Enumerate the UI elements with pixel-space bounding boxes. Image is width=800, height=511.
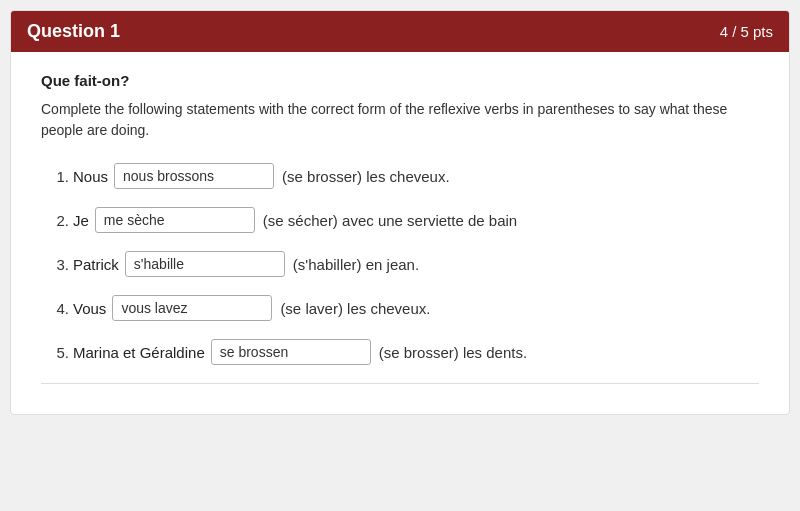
list-item: 5.Marina et Géraldine(se brosser) les de… bbox=[41, 339, 759, 365]
question-label: Que fait-on? bbox=[41, 72, 759, 89]
question-points: 4 / 5 pts bbox=[720, 23, 773, 40]
item-suffix: (s'habiller) en jean. bbox=[293, 256, 419, 273]
item-suffix: (se sécher) avec une serviette de bain bbox=[263, 212, 517, 229]
list-item: 4.Vous(se laver) les cheveux. bbox=[41, 295, 759, 321]
item-number: 3. bbox=[41, 256, 69, 273]
page-container: Question 1 4 / 5 pts Que fait-on? Comple… bbox=[0, 0, 800, 511]
items-list: 1.Nous(se brosser) les cheveux.2.Je(se s… bbox=[41, 163, 759, 365]
answer-input[interactable] bbox=[95, 207, 255, 233]
divider bbox=[41, 383, 759, 384]
question-body: Que fait-on? Complete the following stat… bbox=[11, 52, 789, 414]
question-instructions: Complete the following statements with t… bbox=[41, 99, 759, 141]
question-header: Question 1 4 / 5 pts bbox=[11, 11, 789, 52]
item-number: 2. bbox=[41, 212, 69, 229]
item-suffix: (se laver) les cheveux. bbox=[280, 300, 430, 317]
item-prefix: Je bbox=[73, 212, 89, 229]
answer-input[interactable] bbox=[211, 339, 371, 365]
question-title: Question 1 bbox=[27, 21, 120, 42]
question-card: Question 1 4 / 5 pts Que fait-on? Comple… bbox=[10, 10, 790, 415]
item-prefix: Vous bbox=[73, 300, 106, 317]
list-item: 2.Je(se sécher) avec une serviette de ba… bbox=[41, 207, 759, 233]
item-number: 1. bbox=[41, 168, 69, 185]
answer-input[interactable] bbox=[112, 295, 272, 321]
item-suffix: (se brosser) les cheveux. bbox=[282, 168, 450, 185]
item-suffix: (se brosser) les dents. bbox=[379, 344, 527, 361]
list-item: 3.Patrick(s'habiller) en jean. bbox=[41, 251, 759, 277]
list-item: 1.Nous(se brosser) les cheveux. bbox=[41, 163, 759, 189]
item-prefix: Patrick bbox=[73, 256, 119, 273]
answer-input[interactable] bbox=[125, 251, 285, 277]
answer-input[interactable] bbox=[114, 163, 274, 189]
item-prefix: Marina et Géraldine bbox=[73, 344, 205, 361]
item-prefix: Nous bbox=[73, 168, 108, 185]
item-number: 5. bbox=[41, 344, 69, 361]
item-number: 4. bbox=[41, 300, 69, 317]
